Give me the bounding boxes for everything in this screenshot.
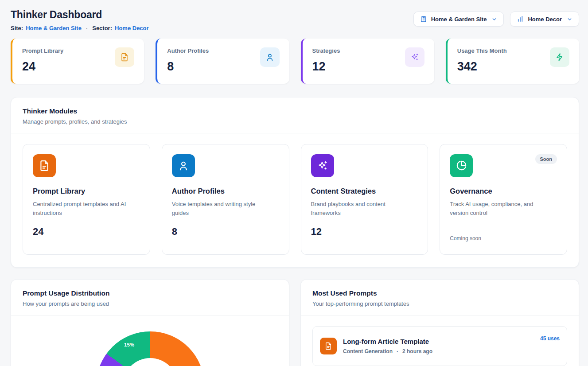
prompt-meta: Content Generation · 2 hours ago (343, 348, 432, 354)
document-icon (320, 338, 337, 354)
bolt-icon (550, 47, 569, 67)
sector-selector-dropdown[interactable]: Home Decor (510, 12, 579, 27)
stat-label: Strategies (312, 47, 340, 54)
list-item[interactable]: Long-form Article Template Content Gener… (312, 326, 567, 366)
modules-grid: Prompt Library Centralized prompt templa… (11, 133, 579, 267)
sparkle-icon (311, 154, 334, 177)
stats-row: Prompt Library 24 Author Profiles 8 Stra… (11, 39, 579, 84)
sector-selector-label: Home Decor (528, 16, 562, 23)
module-count: 8 (172, 226, 279, 238)
header-selectors: Home & Garden Site Home Decor (413, 12, 579, 27)
site-selector-dropdown[interactable]: Home & Garden Site (413, 12, 504, 27)
dashboard-page: Thinker Dashboard Site: Home & Garden Si… (0, 0, 588, 366)
module-title: Content Strategies (311, 187, 418, 195)
sector-label: Sector: (92, 25, 112, 31)
stat-value: 12 (312, 60, 340, 74)
prompts-panel-title: Most Used Prompts (312, 289, 567, 297)
donut-chart[interactable]: 15% (96, 331, 204, 366)
site-selector-label: Home & Garden Site (431, 16, 487, 23)
prompt-category: Content Generation (343, 348, 393, 354)
topbar: Thinker Dashboard Site: Home & Garden Si… (11, 9, 579, 31)
stat-label: Prompt Library (22, 47, 63, 54)
coming-soon-text: Coming soon (450, 235, 557, 241)
usage-panel-title: Prompt Usage Distribution (23, 289, 277, 297)
module-title: Prompt Library (33, 187, 140, 195)
stat-value: 24 (22, 60, 63, 74)
modules-subtitle: Manage prompts, profiles, and strategies (23, 118, 567, 125)
prompts-panel-header: Most Used Prompts Your top-performing pr… (301, 280, 579, 315)
document-icon (33, 154, 56, 177)
stat-label: Author Profiles (167, 47, 209, 54)
module-card-author-profiles[interactable]: Author Profiles Voice templates and writ… (162, 144, 289, 255)
stat-card-author-profiles: Author Profiles 8 (156, 39, 289, 84)
module-description: Centralized prompt templates and AI inst… (33, 200, 135, 217)
most-used-prompts-panel: Most Used Prompts Your top-performing pr… (300, 279, 579, 366)
stat-card-usage: Usage This Month 342 (446, 39, 579, 84)
title-block: Thinker Dashboard Site: Home & Garden Si… (11, 9, 149, 31)
user-icon (172, 154, 195, 177)
breadcrumb-separator: · (86, 25, 88, 31)
divider (450, 228, 557, 228)
usage-panel-header: Prompt Usage Distribution How your promp… (11, 280, 289, 315)
module-title: Governance (450, 187, 557, 195)
document-icon (115, 47, 134, 67)
stat-value: 8 (167, 60, 209, 74)
modules-title: Thinker Modules (23, 107, 567, 115)
stat-label: Usage This Month (457, 47, 507, 54)
site-link[interactable]: Home & Garden Site (26, 25, 82, 31)
prompt-title: Long-form Article Template (343, 338, 432, 345)
modules-header: Thinker Modules Manage prompts, profiles… (11, 97, 579, 133)
prompt-usage-panel: Prompt Usage Distribution How your promp… (11, 279, 289, 366)
stat-card-strategies: Strategies 12 (301, 39, 434, 84)
soon-badge: Soon (535, 154, 557, 164)
meta-separator: · (397, 348, 398, 354)
slice-percent-label: 15% (122, 342, 137, 347)
module-count: 24 (33, 226, 140, 238)
module-description: Voice templates and writing style guides (172, 200, 274, 217)
page-title: Thinker Dashboard (11, 9, 149, 21)
bottom-row: Prompt Usage Distribution How your promp… (11, 279, 579, 366)
uses-count: 45 uses (540, 335, 560, 342)
chevron-down-icon (567, 16, 572, 22)
module-card-prompt-library[interactable]: Prompt Library Centralized prompt templa… (23, 144, 150, 255)
building-icon (420, 16, 427, 23)
stat-card-prompt-library: Prompt Library 24 (11, 39, 144, 84)
module-count: 12 (311, 226, 418, 238)
prompts-panel-subtitle: Your top-performing prompt templates (312, 300, 567, 307)
sparkle-icon (405, 47, 424, 67)
prompt-list: Long-form Article Template Content Gener… (301, 315, 579, 366)
sector-link[interactable]: Home Decor (115, 25, 149, 31)
module-card-governance[interactable]: Soon Governance Track AI usage, complian… (440, 144, 567, 255)
thinker-modules-section: Thinker Modules Manage prompts, profiles… (11, 97, 579, 268)
module-description: Brand playbooks and content frameworks (311, 200, 413, 217)
module-description: Track AI usage, compliance, and version … (450, 200, 552, 217)
module-title: Author Profiles (172, 187, 279, 195)
pie-chart-icon (450, 154, 473, 177)
donut-chart-area: 15% (11, 315, 289, 366)
stat-value: 342 (457, 60, 507, 74)
chevron-down-icon (491, 16, 497, 22)
user-icon (260, 47, 280, 67)
prompt-item-text: Long-form Article Template Content Gener… (343, 338, 432, 354)
prompt-time: 2 hours ago (402, 348, 432, 354)
bar-chart-icon (517, 16, 524, 23)
breadcrumb: Site: Home & Garden Site · Sector: Home … (11, 25, 149, 31)
module-card-content-strategies[interactable]: Content Strategies Brand playbooks and c… (301, 144, 428, 255)
site-label: Site: (11, 25, 23, 31)
usage-panel-subtitle: How your prompts are being used (23, 300, 277, 307)
